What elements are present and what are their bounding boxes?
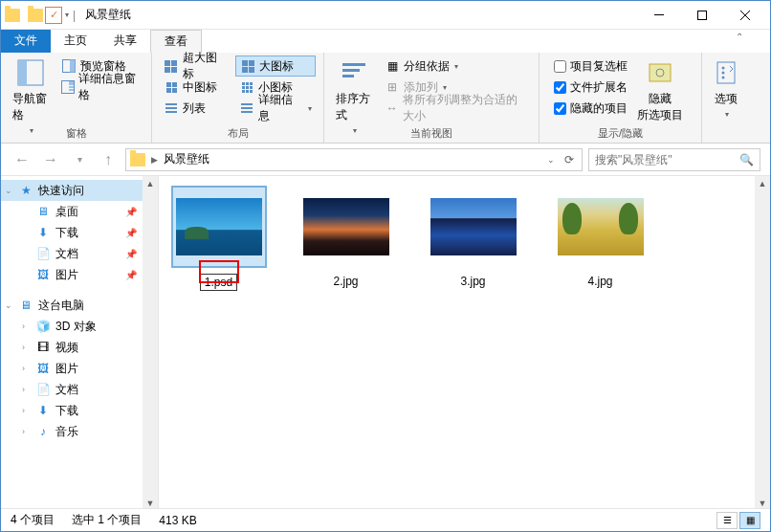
expand-icon[interactable]: › (22, 406, 25, 415)
music-icon: ♪ (35, 424, 51, 439)
hidden-items-toggle[interactable]: 隐藏的项目 (554, 98, 628, 119)
sidebar-music[interactable]: ›♪音乐 (1, 421, 158, 442)
file-item[interactable]: 2.jpg (296, 186, 396, 289)
group-label: 布局 (152, 126, 323, 141)
thumbnail-image (303, 198, 389, 255)
svg-rect-3 (18, 60, 27, 85)
file-name: 3.jpg (456, 274, 489, 289)
address-dropdown-icon[interactable]: ⌄ (547, 155, 555, 165)
expand-icon[interactable]: › (22, 427, 25, 436)
address-box[interactable]: ▶ 风景壁纸 ⌄ ⟳ (125, 148, 583, 171)
maximize-button[interactable] (680, 1, 723, 29)
search-box[interactable]: 🔍 (588, 148, 760, 171)
options-button[interactable]: 选项 ▾ (702, 55, 750, 121)
svg-rect-10 (342, 63, 365, 66)
view-toggle: ☰ ▦ (716, 512, 760, 529)
expand-icon[interactable]: › (22, 385, 25, 394)
pin-icon: 📌 (125, 270, 137, 280)
layout-details[interactable]: 详细信息 ▾ (235, 98, 316, 119)
scroll-up-icon[interactable]: ▲ (755, 176, 770, 191)
medium-icon (164, 79, 179, 95)
layout-medium[interactable]: 中图标 (160, 77, 231, 98)
sidebar-this-pc[interactable]: ⌄🖥这台电脑 (1, 295, 158, 316)
chevron-down-icon: ▾ (308, 104, 312, 113)
file-ext-checkbox[interactable] (554, 81, 566, 94)
tab-share[interactable]: 共享 (100, 30, 150, 53)
small-icon (239, 79, 254, 95)
sidebar-pictures[interactable]: 🖼图片📌 (1, 264, 158, 285)
sidebar-3d-objects[interactable]: ›🧊3D 对象 (1, 316, 158, 337)
expand-icon[interactable]: › (22, 364, 25, 373)
search-icon[interactable]: 🔍 (739, 153, 754, 166)
ribbon: 导航窗格 ▾ 预览窗格 详细信息窗格 窗格 超大图标 大图标 中图标 (1, 53, 770, 144)
details-view-button[interactable]: ☰ (716, 512, 738, 529)
expand-icon[interactable]: ⌄ (5, 300, 12, 310)
content-scrollbar[interactable]: ▲ ▼ (755, 176, 770, 511)
expand-icon[interactable]: › (22, 321, 25, 331)
file-name-editing[interactable]: 1.psd (200, 274, 237, 291)
sidebar-documents[interactable]: 📄文档📌 (1, 243, 158, 264)
qat-dropdown-icon[interactable]: ▾ (65, 11, 69, 19)
search-input[interactable] (595, 153, 739, 166)
size-columns-button[interactable]: ↔将所有列调整为合适的大小 (382, 98, 531, 119)
hide-selected-label: 隐藏 所选项目 (637, 91, 683, 123)
ribbon-group-current-view: 排序方式 ▾ ▦分组依据 ▾ ⊞添加列 ▾ ↔将所有列调整为合适的大小 当前视图 (324, 53, 540, 143)
minimize-button[interactable] (637, 1, 680, 29)
layout-extra-large[interactable]: 超大图标 (160, 55, 231, 77)
nav-sidebar: ⌄★快速访问 🖥桌面📌 ⬇下载📌 📄文档📌 🖼图片📌 ⌄🖥这台电脑 ›🧊3D 对… (1, 176, 159, 511)
tab-file[interactable]: 文件 (1, 30, 51, 53)
sidebar-documents-pc[interactable]: ›📄文档 (1, 379, 158, 400)
details-icon (239, 100, 254, 116)
svg-rect-12 (342, 75, 354, 78)
back-button[interactable]: ← (11, 148, 33, 171)
nav-pane-button[interactable]: 导航窗格 ▾ (9, 55, 53, 137)
sidebar-pictures-pc[interactable]: ›🖼图片 (1, 358, 158, 379)
pin-icon: 📌 (125, 207, 137, 217)
hidden-items-checkbox[interactable] (554, 102, 566, 115)
scroll-up-icon[interactable]: ▲ (143, 176, 158, 191)
file-ext-toggle[interactable]: 文件扩展名 (554, 77, 628, 98)
expand-icon[interactable]: › (22, 343, 25, 352)
refresh-button[interactable]: ⟳ (561, 153, 578, 166)
sidebar-downloads[interactable]: ⬇下载📌 (1, 222, 158, 243)
group-by-button[interactable]: ▦分组依据 ▾ (382, 55, 531, 77)
recent-button[interactable]: ▾ (68, 148, 91, 171)
chevron-down-icon: ▾ (454, 62, 458, 71)
sidebar-downloads-pc[interactable]: ›⬇下载 (1, 400, 158, 421)
sidebar-videos[interactable]: ›🎞视频 (1, 337, 158, 358)
sidebar-desktop[interactable]: 🖥桌面📌 (1, 201, 158, 222)
sort-icon (339, 57, 369, 88)
extra-large-icon (164, 58, 179, 74)
sidebar-scrollbar[interactable]: ▲ ▼ (143, 176, 158, 511)
layout-large[interactable]: 大图标 (235, 55, 316, 77)
file-item[interactable]: 3.jpg (423, 186, 523, 289)
details-pane-button[interactable]: 详细信息窗格 (58, 77, 143, 98)
item-checkboxes-toggle[interactable]: 项目复选框 (554, 55, 628, 77)
ribbon-collapse-icon[interactable]: ⌃ (736, 32, 743, 42)
item-checkboxes-checkbox[interactable] (554, 60, 566, 73)
pin-icon: 📌 (125, 228, 137, 238)
options-icon (711, 57, 741, 88)
file-content-area[interactable]: 1.psd 2.jpg 3.jpg 4.jpg ▲ ▼ (159, 176, 770, 511)
close-button[interactable] (723, 1, 766, 29)
svg-rect-5 (70, 60, 76, 73)
sort-by-button[interactable]: 排序方式 ▾ (332, 55, 376, 137)
qat-properties-icon[interactable]: ✓ (45, 7, 62, 24)
address-path[interactable]: 风景壁纸 (164, 151, 209, 167)
thumbnail-view-button[interactable]: ▦ (739, 512, 760, 529)
file-item[interactable]: 4.jpg (550, 186, 650, 289)
file-item[interactable]: 1.psd (168, 186, 269, 291)
tab-home[interactable]: 主页 (51, 30, 100, 53)
up-button[interactable]: ↑ (97, 148, 120, 171)
hide-selected-button[interactable]: 隐藏 所选项目 (633, 55, 687, 125)
expand-icon[interactable]: ⌄ (5, 186, 12, 195)
chevron-right-icon[interactable]: ▶ (151, 155, 158, 165)
forward-button[interactable]: → (39, 148, 62, 171)
svg-rect-7 (69, 81, 74, 85)
titlebar: ✓ ▾ | 风景壁纸 (1, 1, 770, 30)
sidebar-quick-access[interactable]: ⌄★快速访问 (1, 180, 158, 201)
list-icon (164, 100, 179, 116)
preview-pane-icon (61, 58, 77, 74)
layout-list[interactable]: 列表 (160, 98, 231, 119)
file-name: 4.jpg (584, 274, 616, 289)
